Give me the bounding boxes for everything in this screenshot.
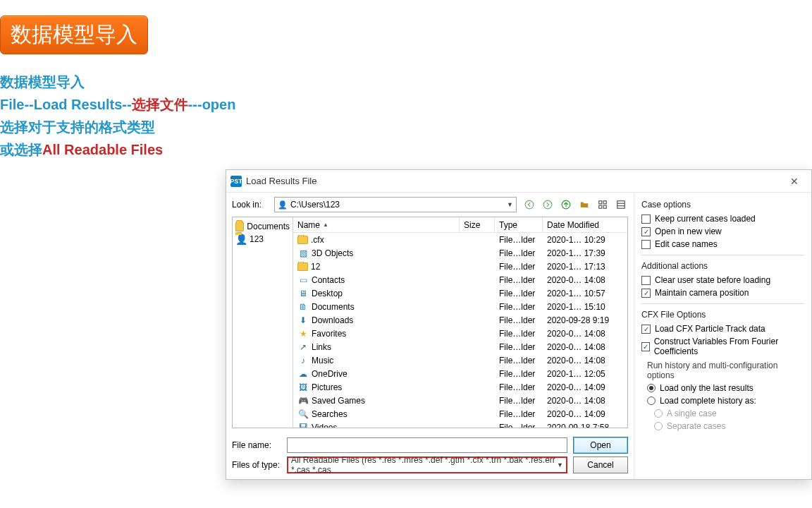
svg-point-1: [543, 200, 552, 209]
maintain-camera-checkbox[interactable]: Maintain camera position: [641, 288, 804, 298]
load-particle-checkbox[interactable]: Load CFX Particle Track data: [641, 324, 804, 334]
dialog-title: Load Results File: [246, 176, 316, 186]
list-item[interactable]: 🎮Saved GamesFile…lder2020-0… 14:08: [293, 394, 627, 407]
filetype-value: All Readable Files (res *.res *.mres *.d…: [291, 455, 563, 475]
list-item[interactable]: ⬇DownloadsFile…lder2020-09-28 9:19: [293, 313, 627, 327]
file-list: .cfxFile…lder2020-1… 10:29▧3D ObjectsFil…: [293, 233, 627, 428]
list-item[interactable]: ☁OneDriveFile…lder2020-1… 12:05: [293, 367, 627, 380]
single-case-radio: A single case: [654, 409, 804, 418]
place-item[interactable]: 👤123: [234, 233, 291, 246]
separate-cases-radio: Separate cases: [654, 421, 804, 431]
edit-case-names-checkbox[interactable]: Edit case names: [641, 239, 804, 249]
view-grid-icon[interactable]: [596, 198, 610, 212]
forward-icon[interactable]: [541, 198, 555, 212]
intro-line-3: 选择对于支持的格式类型: [0, 116, 235, 138]
col-name[interactable]: Name▲: [293, 217, 460, 232]
list-item[interactable]: 🔍SearchesFile…lder2020-0… 14:09: [293, 407, 627, 421]
user-icon: 👤: [278, 200, 288, 210]
list-item[interactable]: 12File…lder2020-1… 17:13: [293, 260, 627, 273]
look-in-label: Look in:: [232, 200, 269, 210]
column-headers: Name▲ Size Type Date Modified: [293, 217, 627, 233]
new-folder-icon[interactable]: [577, 198, 591, 212]
options-panel: Case options Keep current cases loaded O…: [634, 193, 811, 479]
close-button[interactable]: ✕: [782, 173, 807, 190]
case-options-title: Case options: [641, 200, 804, 210]
intro-line-2: File--Load Results--选择文件---open: [0, 93, 235, 116]
clear-user-state-checkbox[interactable]: Clear user state before loading: [641, 275, 804, 285]
svg-rect-6: [603, 205, 606, 208]
file-browser: Documents👤123 Name▲ Size Type Date Modif…: [232, 217, 628, 428]
intro-text: 数据模型导入 File--Load Results--选择文件---open 选…: [0, 71, 235, 161]
filename-label: File name:: [232, 440, 281, 450]
list-item[interactable]: 🎞VideosFile…lder2020-09-18 7:58: [293, 421, 627, 428]
title-badge: 数据模型导入: [0, 16, 148, 54]
cfx-options-title: CFX File Options: [641, 310, 804, 320]
col-date[interactable]: Date Modified: [543, 217, 627, 232]
svg-rect-7: [617, 201, 625, 209]
list-item[interactable]: ♪MusicFile…lder2020-0… 14:08: [293, 353, 627, 367]
toolbar-icons: [522, 198, 628, 212]
last-results-radio[interactable]: Load only the last results: [647, 383, 804, 393]
svg-rect-3: [599, 201, 602, 204]
filetype-combo[interactable]: All Readable Files (res *.res *.mres *.d…: [287, 456, 567, 473]
svg-point-0: [525, 200, 534, 209]
filetype-label: Files of type:: [232, 460, 281, 470]
filename-input[interactable]: [287, 437, 567, 453]
col-type[interactable]: Type: [495, 217, 543, 232]
chevron-down-icon: ▼: [507, 201, 513, 208]
up-icon[interactable]: [559, 198, 573, 212]
chevron-down-icon: ▼: [557, 461, 563, 468]
open-button[interactable]: Open: [573, 437, 628, 454]
look-in-combo[interactable]: 👤 C:\Users\123 ▼: [274, 197, 517, 212]
construct-fourier-checkbox[interactable]: Construct Variables From Fourier Coeffic…: [641, 337, 804, 356]
places-panel: Documents👤123: [233, 217, 293, 428]
look-in-path: C:\Users\123: [290, 200, 340, 210]
intro-line-4: 或选择All Readable Files: [0, 138, 235, 161]
cancel-button[interactable]: Cancel: [573, 456, 628, 473]
complete-history-radio[interactable]: Load complete history as:: [647, 396, 804, 406]
svg-rect-4: [603, 201, 606, 204]
list-item[interactable]: 🗎DocumentsFile…lder2020-1… 15:10: [293, 300, 627, 313]
list-item[interactable]: .cfxFile…lder2020-1… 10:29: [293, 233, 627, 246]
intro-line-1: 数据模型导入: [0, 71, 235, 93]
back-icon[interactable]: [522, 198, 536, 212]
col-size[interactable]: Size: [460, 217, 495, 232]
app-icon: PST: [230, 176, 242, 187]
open-new-view-checkbox[interactable]: Open in new view: [641, 226, 804, 236]
run-history-title: Run history and multi-configuration opti…: [647, 361, 804, 380]
list-item[interactable]: ▧3D ObjectsFile…lder2020-1… 17:39: [293, 246, 627, 260]
keep-current-checkbox[interactable]: Keep current cases loaded: [641, 214, 804, 224]
view-list-icon[interactable]: [614, 198, 628, 212]
list-item[interactable]: 🖼PicturesFile…lder2020-0… 14:09: [293, 380, 627, 394]
list-item[interactable]: 🖥DesktopFile…lder2020-1… 10:57: [293, 286, 627, 300]
sort-asc-icon: ▲: [323, 222, 328, 228]
list-item[interactable]: ↗LinksFile…lder2020-0… 14:08: [293, 340, 627, 353]
load-results-dialog: PST Load Results File ✕ Look in: 👤 C:\Us…: [226, 169, 812, 480]
list-item[interactable]: ▭ContactsFile…lder2020-0… 14:08: [293, 273, 627, 286]
titlebar: PST Load Results File ✕: [226, 170, 811, 193]
svg-rect-5: [599, 205, 602, 208]
additional-actions-title: Additional actions: [641, 261, 804, 271]
list-item[interactable]: ★FavoritesFile…lder2020-0… 14:08: [293, 327, 627, 340]
place-item[interactable]: Documents: [234, 220, 291, 233]
